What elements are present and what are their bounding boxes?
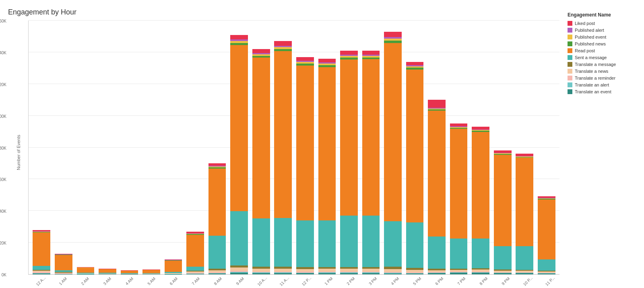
bar-segment-transNews bbox=[384, 269, 402, 272]
y-tick-label: 80K bbox=[0, 146, 6, 150]
chart-area: Engagement by Hour Number of Events 0K20… bbox=[8, 8, 559, 284]
bar-segment-sentMsg bbox=[516, 246, 533, 270]
y-tick-label: 20K bbox=[0, 241, 6, 245]
bar-group bbox=[162, 21, 184, 274]
chart-inner: Number of Events 0K20K40K60K80K100K120K1… bbox=[8, 21, 559, 284]
bar-segment-readPost bbox=[406, 70, 424, 223]
stacked-bar bbox=[362, 51, 380, 274]
legend-item: Read post bbox=[568, 48, 636, 53]
bar-segment-readPost bbox=[55, 255, 72, 270]
bar-segment-readPost bbox=[538, 200, 555, 260]
y-tick-label: 60K bbox=[0, 177, 6, 182]
stacked-bar bbox=[538, 195, 555, 274]
legend-swatch bbox=[568, 48, 572, 53]
bar-segment-transNews bbox=[362, 269, 380, 272]
bar-segment-transNews bbox=[340, 269, 358, 272]
legend: Engagement Name Liked postPublished aler… bbox=[559, 8, 640, 284]
bar-segment-transEvent bbox=[538, 274, 555, 274]
legend-label: Translate a news bbox=[575, 69, 608, 74]
bar-group bbox=[316, 21, 338, 274]
bar-segment-sentMsg bbox=[362, 216, 380, 267]
legend-swatch bbox=[568, 41, 572, 46]
bar-segment-readPost bbox=[165, 261, 182, 272]
legend-label: Translate a message bbox=[575, 62, 616, 67]
bar-group bbox=[97, 21, 119, 274]
stacked-bar bbox=[428, 100, 446, 274]
legend-item: Published alert bbox=[568, 28, 636, 33]
legend-label: Sent a message bbox=[575, 55, 607, 60]
legend-item: Translate a message bbox=[568, 62, 636, 67]
bar-segment-sentMsg bbox=[406, 222, 424, 268]
y-tick-label: 0K bbox=[0, 273, 6, 277]
plot-area: 0K20K40K60K80K100K120K140K160K 12 A...1 … bbox=[28, 21, 559, 284]
bars-and-grid: 0K20K40K60K80K100K120K140K160K bbox=[28, 21, 559, 275]
y-axis: Number of Events bbox=[8, 21, 28, 284]
stacked-bar bbox=[296, 57, 314, 274]
legend-swatch bbox=[568, 28, 572, 33]
bar-segment-readPost bbox=[516, 158, 533, 246]
bar-group bbox=[382, 21, 404, 274]
y-tick-label: 40K bbox=[0, 209, 6, 214]
bar-group bbox=[360, 21, 382, 274]
legend-swatch bbox=[568, 62, 572, 67]
legend-label: Published news bbox=[575, 41, 606, 46]
bar-segment-sentMsg bbox=[186, 267, 204, 271]
bar-segment-sentMsg bbox=[384, 221, 402, 267]
legend-swatch bbox=[568, 76, 572, 80]
y-tick-label: 120K bbox=[0, 82, 6, 87]
bar-segment-transNews bbox=[274, 269, 292, 272]
legend-swatch bbox=[568, 21, 572, 26]
bar-segment-readPost bbox=[384, 43, 402, 222]
legend-swatch bbox=[568, 82, 572, 87]
stacked-bar bbox=[516, 154, 533, 274]
bar-segment-readPost bbox=[362, 59, 380, 215]
bar-group bbox=[206, 21, 228, 274]
bar-segment-readPost bbox=[252, 58, 270, 218]
bar-segment-liked bbox=[230, 35, 248, 40]
bar-segment-liked bbox=[340, 51, 358, 55]
legend-title: Engagement Name bbox=[568, 12, 636, 18]
bar-group bbox=[140, 21, 163, 274]
stacked-bar bbox=[340, 51, 358, 274]
bar-segment-readPost bbox=[274, 51, 292, 218]
stacked-bar bbox=[494, 150, 512, 274]
bar-segment-readPost bbox=[428, 111, 446, 237]
legend-item: Translate an alert bbox=[568, 82, 636, 87]
bar-segment-liked bbox=[406, 62, 424, 66]
legend-label: Translate a reminder bbox=[575, 76, 615, 80]
bar-segment-readPost bbox=[33, 232, 50, 266]
bar-segment-sentMsg bbox=[274, 218, 292, 266]
legend-label: Translate an event bbox=[575, 89, 611, 94]
bar-segment-readPost bbox=[230, 45, 248, 211]
legend-item: Sent a message bbox=[568, 55, 636, 60]
bar-segment-sentMsg bbox=[428, 237, 446, 269]
bar-segment-sentMsg bbox=[318, 220, 336, 267]
bar-segment-sentMsg bbox=[208, 236, 226, 269]
stacked-bar bbox=[230, 35, 248, 275]
bar-group bbox=[228, 21, 250, 274]
chart-title: Engagement by Hour bbox=[8, 8, 559, 16]
bar-segment-readPost bbox=[208, 169, 226, 236]
bar-segment-readPost bbox=[472, 132, 489, 239]
stacked-bar bbox=[186, 232, 204, 274]
bar-group bbox=[74, 21, 97, 274]
stacked-bar bbox=[274, 41, 292, 274]
bar-segment-transNews bbox=[230, 267, 248, 271]
bar-segment-sentMsg bbox=[296, 220, 314, 267]
y-tick-label: 100K bbox=[0, 114, 6, 119]
bar-group bbox=[53, 21, 75, 274]
bar-segment-readPost bbox=[450, 129, 468, 239]
x-axis: 12 A...1 AM2 AM3 AM4 AM5 AM6 AM7 AM8 AM9… bbox=[28, 276, 559, 284]
y-axis-label: Number of Events bbox=[16, 134, 21, 170]
bar-group bbox=[536, 21, 558, 274]
legend-label: Published event bbox=[575, 35, 606, 39]
y-tick-label: 140K bbox=[0, 51, 6, 55]
stacked-bar bbox=[318, 59, 336, 274]
bar-segment-sentMsg bbox=[472, 239, 489, 268]
stacked-bar bbox=[252, 49, 270, 274]
stacked-bar bbox=[55, 254, 72, 274]
bar-group bbox=[294, 21, 316, 274]
legend-item: Liked post bbox=[568, 21, 636, 26]
bar-segment-readPost bbox=[318, 67, 336, 220]
legend-label: Liked post bbox=[575, 21, 595, 26]
